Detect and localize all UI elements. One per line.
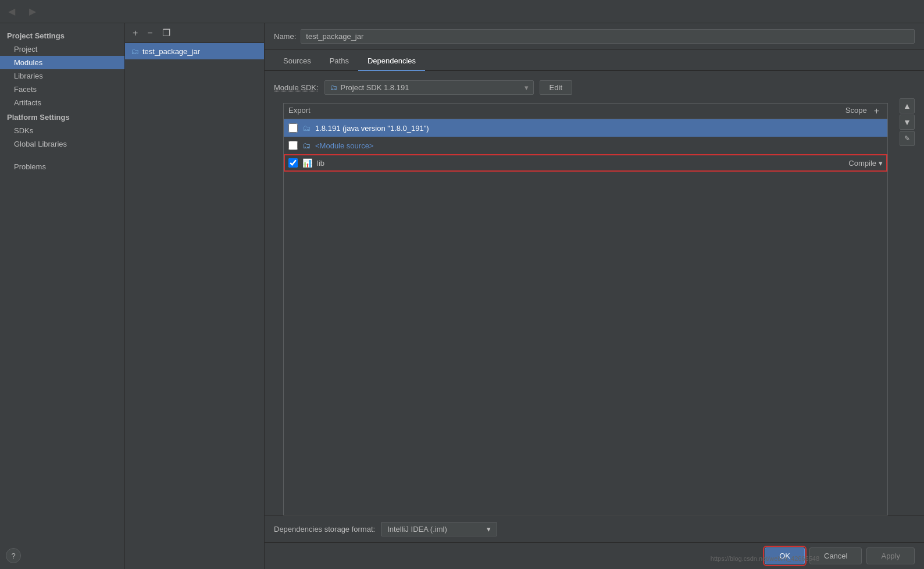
sidebar: Project Settings Project Modules Librari…: [0, 23, 125, 569]
name-row: Name:: [265, 23, 924, 50]
module-toolbar: + − ❐: [125, 23, 264, 43]
dep-lib-scope-arrow-icon[interactable]: ▾: [879, 159, 883, 168]
dependencies-table: Export Scope + 🗂 1.8.191 (java version "…: [283, 103, 888, 515]
module-panel: + − ❐ 🗂 test_package_jar: [125, 23, 265, 569]
module-folder-icon: 🗂: [131, 47, 139, 56]
top-toolbar: ◀ ▶: [0, 0, 924, 23]
dep-col-export-header: Export: [288, 106, 797, 116]
sidebar-item-modules[interactable]: Modules: [0, 56, 124, 69]
sdk-label: Module SDK:: [274, 83, 319, 92]
dep-up-button[interactable]: ▲: [900, 98, 915, 113]
dep-jdk-folder-icon: 🗂: [302, 123, 311, 133]
dep-module-source-name: <Module source>: [315, 141, 883, 150]
dep-lib-icon: 📊: [302, 158, 312, 168]
back-button[interactable]: ◀: [5, 5, 19, 18]
dep-lib-checkbox[interactable]: [288, 158, 298, 168]
name-input[interactable]: [301, 29, 915, 44]
sdk-dropdown-arrow-icon: ▾: [525, 83, 529, 92]
sdk-value: Project SDK 1.8.191: [341, 83, 409, 92]
watermark: https://blog.csdn.net/weixin_42666548: [711, 555, 819, 562]
platform-settings-title: Platform Settings: [0, 109, 124, 124]
dep-rows: 🗂 1.8.191 (java version "1.8.0_191") 🗂 <…: [284, 119, 887, 515]
tab-paths[interactable]: Paths: [320, 53, 358, 71]
sidebar-item-problems[interactable]: Problems: [0, 160, 124, 173]
sidebar-item-sdks[interactable]: SDKs: [0, 124, 124, 137]
bottom-bar: OK Cancel Apply: [265, 542, 924, 569]
dep-down-button[interactable]: ▼: [900, 115, 915, 130]
sidebar-item-facets[interactable]: Facets: [0, 83, 124, 96]
storage-row: Dependencies storage format: IntelliJ ID…: [265, 515, 924, 542]
dep-row-jdk[interactable]: 🗂 1.8.191 (java version "1.8.0_191"): [284, 119, 887, 137]
sidebar-item-artifacts[interactable]: Artifacts: [0, 96, 124, 109]
content-panel: Name: Sources Paths Dependencies Module …: [265, 23, 924, 569]
sidebar-item-global-libraries[interactable]: Global Libraries: [0, 137, 124, 151]
project-settings-title: Project Settings: [0, 28, 124, 42]
sdk-dropdown[interactable]: 🗂 Project SDK 1.8.191 ▾: [324, 80, 534, 95]
sidebar-item-libraries[interactable]: Libraries: [0, 69, 124, 83]
sdk-row: Module SDK: 🗂 Project SDK 1.8.191 ▾ Edit: [265, 77, 924, 98]
storage-value: IntelliJ IDEA (.iml): [387, 525, 447, 534]
module-item[interactable]: 🗂 test_package_jar: [125, 43, 264, 59]
dep-jdk-checkbox[interactable]: [288, 123, 298, 133]
dep-module-source-checkbox[interactable]: [288, 141, 298, 150]
dep-col-scope-header: Scope: [797, 106, 867, 116]
name-label: Name:: [274, 32, 296, 41]
dep-row-module-source[interactable]: 🗂 <Module source>: [284, 137, 887, 154]
dep-lib-scope-label: Compile: [848, 159, 876, 168]
remove-module-button[interactable]: −: [144, 27, 155, 40]
dep-lib-name: lib: [317, 159, 820, 168]
folder-icon-sdk: 🗂: [330, 83, 337, 92]
storage-dropdown[interactable]: IntelliJ IDEA (.iml) ▾: [381, 522, 497, 536]
edit-sdk-button[interactable]: Edit: [540, 80, 572, 95]
dep-lib-scope: Compile ▾: [825, 159, 883, 168]
dep-module-folder-icon: 🗂: [302, 141, 311, 150]
dep-jdk-name: 1.8.191 (java version "1.8.0_191"): [315, 124, 883, 133]
help-button[interactable]: ?: [6, 548, 21, 563]
dependencies-panel: Module SDK: 🗂 Project SDK 1.8.191 ▾ Edit…: [265, 71, 924, 542]
forward-button[interactable]: ▶: [26, 5, 40, 18]
sidebar-item-project[interactable]: Project: [0, 42, 124, 56]
storage-label: Dependencies storage format:: [274, 525, 375, 534]
dep-table-header: Export Scope +: [284, 104, 887, 119]
copy-module-button[interactable]: ❐: [159, 26, 173, 40]
dep-edit-button[interactable]: ✎: [900, 131, 915, 146]
add-dependency-button[interactable]: +: [871, 106, 883, 116]
tab-dependencies[interactable]: Dependencies: [358, 53, 425, 71]
main-layout: Project Settings Project Modules Librari…: [0, 23, 924, 569]
storage-dropdown-arrow-icon: ▾: [487, 525, 491, 534]
dep-row-lib[interactable]: 📊 lib Compile ▾: [284, 154, 887, 172]
tab-sources[interactable]: Sources: [274, 53, 320, 71]
tabs-row: Sources Paths Dependencies: [265, 50, 924, 71]
apply-button[interactable]: Apply: [866, 547, 915, 564]
module-name: test_package_jar: [142, 47, 200, 56]
add-module-button[interactable]: +: [130, 27, 141, 40]
